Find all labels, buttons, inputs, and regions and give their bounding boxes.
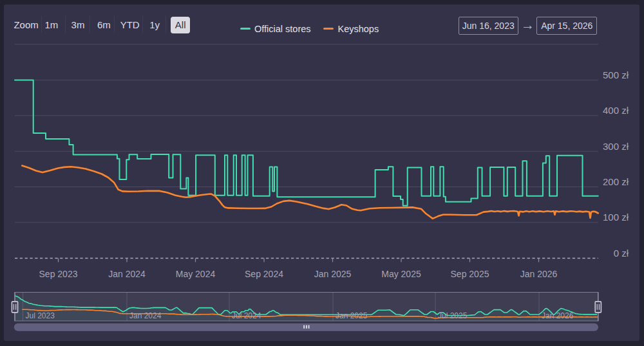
svg-text:Sep 2023: Sep 2023 (39, 269, 78, 279)
svg-text:May 2025: May 2025 (381, 269, 421, 279)
svg-text:0 zł: 0 zł (614, 248, 629, 259)
svg-text:Jan 2025: Jan 2025 (314, 269, 352, 279)
svg-text:Sep 2024: Sep 2024 (245, 269, 283, 279)
svg-text:May 2024: May 2024 (176, 269, 216, 279)
svg-text:Sep 2025: Sep 2025 (451, 269, 489, 279)
svg-text:Jul 2024: Jul 2024 (232, 311, 261, 320)
svg-text:500 zł: 500 zł (603, 69, 629, 80)
svg-text:400 zł: 400 zł (603, 105, 629, 116)
svg-text:Jul 2023: Jul 2023 (26, 311, 55, 320)
svg-text:Jan 2024: Jan 2024 (108, 269, 146, 279)
svg-text:Jan 2026: Jan 2026 (520, 269, 558, 279)
svg-text:Jan 2024: Jan 2024 (129, 311, 162, 320)
svg-text:300 zł: 300 zł (603, 141, 629, 152)
svg-text:100 zł: 100 zł (603, 212, 629, 223)
svg-text:200 zł: 200 zł (603, 176, 629, 187)
svg-text:Jul 2025: Jul 2025 (438, 311, 468, 320)
svg-text:Jan 2025: Jan 2025 (336, 311, 368, 320)
svg-text:Jan 2026: Jan 2026 (542, 311, 574, 320)
